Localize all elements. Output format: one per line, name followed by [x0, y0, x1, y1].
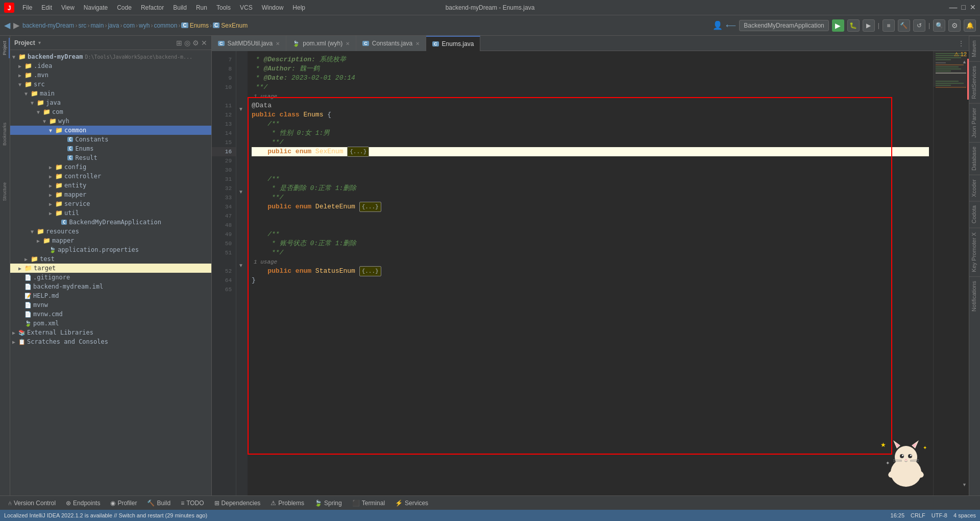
nav-back[interactable]: ◀	[4, 20, 10, 30]
status-encoding[interactable]: UTF-8	[932, 512, 947, 518]
stop-button[interactable]: ■	[883, 19, 895, 32]
menu-navigate[interactable]: Navigate	[80, 3, 112, 13]
debug-button[interactable]: 🐛	[847, 19, 860, 32]
right-tab-promoter[interactable]: Key Promoter X	[969, 228, 980, 276]
run-coverage[interactable]: ▶	[863, 19, 875, 32]
menu-vcs[interactable]: VCS	[236, 3, 257, 13]
nav-forward[interactable]: ▶	[13, 20, 19, 30]
close-button[interactable]: ✕	[970, 3, 976, 12]
list-item[interactable]: ▶ 📁 .mvn	[10, 70, 211, 80]
menu-build[interactable]: Build	[169, 3, 191, 13]
menu-help[interactable]: Help	[288, 3, 309, 13]
breadcrumb-com[interactable]: com	[123, 22, 135, 29]
tree-item-helpmd[interactable]: 📝 HELP.md	[10, 291, 211, 300]
bottom-tab-terminal[interactable]: ⬛ Terminal	[348, 499, 389, 508]
tree-item-mapper2[interactable]: ▶ 📁 mapper	[10, 236, 211, 245]
panel-dropdown[interactable]: ▾	[38, 40, 41, 45]
breadcrumb-main[interactable]: main	[90, 22, 104, 29]
run-button[interactable]: ▶	[832, 19, 844, 32]
list-item[interactable]: ▼ 📁 main	[10, 89, 211, 98]
collapse-all-icon[interactable]: ⊞	[176, 39, 182, 47]
run-config-select[interactable]: BackendMyDreamApplication	[739, 20, 828, 31]
menu-view[interactable]: View	[57, 3, 79, 13]
tree-item-entity[interactable]: ▶ 📁 entity	[10, 181, 211, 190]
tree-item-enums[interactable]: C Enums	[10, 144, 211, 153]
tree-item-ext-libs[interactable]: ▶ 📚 External Libraries	[10, 328, 211, 337]
list-item[interactable]: ▶ 📁 .idea	[10, 61, 211, 70]
tree-item-iml[interactable]: 📄 backend-mydream.iml	[10, 282, 211, 291]
sync-button[interactable]: ↺	[913, 19, 925, 32]
tree-item-app-props[interactable]: 🍃 application.properties	[10, 245, 211, 254]
project-tool-button[interactable]: Project	[1, 38, 10, 58]
locate-icon[interactable]: ◎	[184, 39, 190, 47]
tab-saltmd5[interactable]: C SaltMD5Util.java ✕	[212, 36, 286, 51]
status-indent[interactable]: 4 spaces	[953, 512, 976, 518]
menu-run[interactable]: Run	[192, 3, 211, 13]
menu-edit[interactable]: Edit	[37, 3, 56, 13]
close-panel-icon[interactable]: ✕	[201, 39, 207, 47]
right-tab-rest[interactable]: RestServices	[969, 61, 980, 103]
structure-tool[interactable]: Structure	[1, 179, 10, 204]
status-line-sep[interactable]: CRLF	[911, 512, 925, 518]
tree-item-mvnw[interactable]: 📄 mvnw	[10, 300, 211, 310]
tree-root[interactable]: ▼ 📁 backend-myDream D:\Tools\JavaWorkSpa…	[10, 52, 211, 61]
breadcrumb-src[interactable]: src	[78, 22, 86, 29]
tree-item-test[interactable]: ▶ 📁 test	[10, 254, 211, 264]
code-content[interactable]: * @Description: 系统枚举 * @Author: 魏一鹤 * @D…	[248, 51, 933, 495]
menu-tools[interactable]: Tools	[212, 3, 235, 13]
tree-item-mapper[interactable]: ▶ 📁 mapper	[10, 190, 211, 199]
tree-item-resources[interactable]: ▼ 📁 resources	[10, 227, 211, 236]
menu-file[interactable]: File	[18, 3, 36, 13]
right-tab-codota[interactable]: Codota	[969, 201, 980, 227]
list-item[interactable]: ▼ 📁 com	[10, 107, 211, 116]
bottom-tab-todo[interactable]: ≡ TODO	[177, 499, 208, 508]
tab-close-saltmd5[interactable]: ✕	[276, 41, 280, 46]
status-message[interactable]: Localized IntelliJ IDEA 2022.1.2 is avai…	[4, 512, 885, 518]
minimize-button[interactable]: —	[949, 3, 958, 12]
tab-close-pom[interactable]: ✕	[346, 41, 350, 46]
build-button[interactable]: 🔨	[898, 19, 910, 32]
tree-item-util[interactable]: ▶ 📁 util	[10, 208, 211, 218]
tree-item-service[interactable]: ▶ 📁 service	[10, 199, 211, 208]
breadcrumb-project[interactable]: backend-myDream	[22, 22, 74, 29]
tree-item-pomxml[interactable]: 🍃 pom.xml	[10, 319, 211, 328]
right-tab-notifications[interactable]: Notifications	[969, 276, 980, 316]
menu-code[interactable]: Code	[113, 3, 136, 13]
tabs-more-button[interactable]: ⋮	[953, 36, 969, 51]
bottom-tab-problems[interactable]: ⚠ Problems	[266, 499, 308, 508]
search-everywhere[interactable]: 🔍	[933, 19, 945, 32]
list-item[interactable]: ▼ 📁 src	[10, 80, 211, 89]
maximize-button[interactable]: □	[962, 3, 966, 12]
list-item[interactable]: ▼ 📁 java	[10, 98, 211, 107]
bookmarks-tool[interactable]: Bookmarks	[1, 120, 10, 149]
tree-item-mvnwcmd[interactable]: 📄 mvnw.cmd	[10, 310, 211, 319]
bottom-tab-vcs[interactable]: ⑃ Version Control	[4, 499, 60, 508]
list-item[interactable]: ▼ 📁 wyh	[10, 116, 211, 126]
right-tab-maven[interactable]: Maven	[969, 36, 980, 61]
status-position[interactable]: 16:25	[891, 512, 905, 518]
tree-item-constants[interactable]: C Constants	[10, 135, 211, 144]
bottom-tab-profiler[interactable]: ◉ Profiler	[106, 499, 141, 508]
tree-item-scratches[interactable]: ▶ 📋 Scratches and Consoles	[10, 337, 211, 346]
bottom-tab-services[interactable]: ⚡ Services	[391, 499, 432, 508]
tab-pomxml[interactable]: 🍃 pom.xml (wyh) ✕	[286, 36, 356, 51]
tree-item-gitignore[interactable]: 📄 .gitignore	[10, 273, 211, 282]
settings-button[interactable]: ⚙	[948, 19, 961, 32]
menu-refactor[interactable]: Refactor	[137, 3, 168, 13]
breadcrumb-wyh[interactable]: wyh	[139, 22, 150, 29]
tree-item-config[interactable]: ▶ 📁 config	[10, 162, 211, 172]
bottom-tab-spring[interactable]: 🍃 Spring	[310, 499, 346, 508]
bottom-tab-deps[interactable]: ⊞ Dependencies	[210, 499, 265, 508]
breadcrumb-sexenum[interactable]: C SexEnum	[213, 22, 248, 29]
menu-window[interactable]: Window	[258, 3, 288, 13]
tree-item-controller[interactable]: ▶ 📁 controller	[10, 172, 211, 181]
tree-item-result[interactable]: C Result	[10, 153, 211, 162]
tree-item-main-class[interactable]: C BackendMyDreamApplication	[10, 218, 211, 227]
tab-close-constants[interactable]: ✕	[415, 41, 420, 46]
breadcrumb-java[interactable]: java	[108, 22, 119, 29]
tab-enums[interactable]: C Enums.java	[426, 36, 480, 51]
right-tab-xcoder[interactable]: Xcoder	[969, 175, 980, 201]
breadcrumb-common[interactable]: common	[154, 22, 177, 29]
notification-button[interactable]: 🔔	[964, 19, 976, 32]
back-icon[interactable]: ⟵	[726, 21, 736, 30]
